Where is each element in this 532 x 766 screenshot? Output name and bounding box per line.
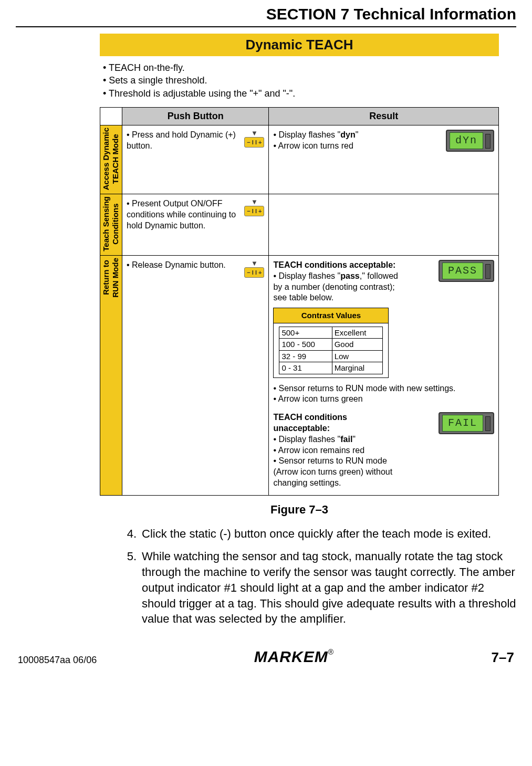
footer-docid: 10008547aa 06/06 bbox=[18, 655, 97, 666]
result-cell bbox=[269, 194, 499, 256]
intro-line: Sets a single threshold. bbox=[103, 74, 496, 87]
col-header-result: Result bbox=[269, 107, 499, 125]
col-header-push-button: Push Button bbox=[122, 107, 268, 125]
lcd-display-icon: PASS bbox=[439, 260, 494, 282]
lcd-display-icon: dYn bbox=[446, 130, 494, 152]
contrast-rating: Low bbox=[332, 350, 383, 362]
push-button-cell: Press and hold Dynamic (+) button. ▼ − I… bbox=[122, 125, 268, 194]
page-footer: 10008547aa 06/06 MARKEM® 7–7 bbox=[16, 648, 516, 666]
result-cell: Display flashes "dyn" Arrow icon turns r… bbox=[269, 125, 499, 194]
pb-text: Present Output ON/OFF conditions while c… bbox=[127, 199, 236, 230]
figure-caption: Figure 7–3 bbox=[100, 503, 499, 517]
push-button-icon: ▼ − I I + bbox=[244, 260, 264, 278]
push-button-cell: Present Output ON/OFF conditions while c… bbox=[122, 194, 268, 256]
contrast-rating: Good bbox=[332, 339, 383, 351]
footer-brand: MARKEM® bbox=[97, 648, 491, 666]
step-number: 5. bbox=[121, 549, 142, 626]
result-cell: TEACH conditions acceptable: Display fla… bbox=[269, 255, 499, 495]
figure-dynamic-teach: Dynamic TEACH TEACH on-the-fly. Sets a s… bbox=[100, 34, 499, 517]
result-line: Display flashes "dyn" bbox=[273, 130, 400, 141]
body-steps: 4. Click the static (-) button once quic… bbox=[121, 526, 520, 627]
unacceptable-title: TEACH conditions unacceptable: bbox=[273, 412, 400, 434]
pb-text: Press and hold Dynamic (+) button. bbox=[127, 130, 236, 150]
push-button-cell: Release Dynamic button. ▼ − I I + bbox=[122, 255, 268, 495]
lcd-display-icon: FAIL bbox=[439, 412, 494, 434]
result-line: Display flashes "pass," followed by a nu… bbox=[273, 271, 400, 303]
contrast-rating: Marginal bbox=[332, 362, 383, 374]
registered-icon: ® bbox=[328, 648, 334, 656]
push-button-icon: ▼ − I I + bbox=[244, 198, 264, 216]
contrast-range: 100 - 500 bbox=[279, 339, 332, 351]
figure-banner: Dynamic TEACH bbox=[100, 34, 499, 56]
acceptable-title: TEACH conditions acceptable: bbox=[273, 260, 400, 271]
step-text: While watching the sensor and tag stock,… bbox=[142, 549, 520, 626]
step-text: Click the static (-) button once quickly… bbox=[142, 526, 520, 542]
teach-table: Push Button Result Access Dynamic TEACH … bbox=[100, 107, 499, 496]
result-line: Arrow icon turns red bbox=[273, 141, 400, 152]
pb-text: Release Dynamic button. bbox=[127, 260, 226, 269]
step-4: 4. Click the static (-) button once quic… bbox=[121, 526, 520, 542]
contrast-range: 500+ bbox=[279, 327, 332, 339]
step-number: 4. bbox=[121, 526, 142, 542]
section-title: SECTION 7 Technical Information bbox=[16, 5, 516, 23]
intro-line: Threshold is adjustable using the "+" an… bbox=[103, 87, 496, 100]
result-line: Arrow icon remains red bbox=[273, 445, 400, 456]
table-row: Access Dynamic TEACH Mode Press and hold… bbox=[100, 125, 499, 194]
result-line: Sensor returns to RUN mode (Arrow icon t… bbox=[273, 456, 400, 488]
contrast-range: 32 - 99 bbox=[279, 350, 332, 362]
table-row: Teach Sensing Conditions Present Output … bbox=[100, 194, 499, 256]
push-button-icon: ▼ − I I + bbox=[244, 130, 264, 148]
table-row: Return to RUN Mode Release Dynamic butto… bbox=[100, 255, 499, 495]
header-rule bbox=[16, 26, 516, 27]
figure-intro: TEACH on-the-fly. Sets a single threshol… bbox=[100, 56, 499, 107]
contrast-values-box: Contrast Values 500+Excellent 100 - 500G… bbox=[273, 308, 389, 378]
row-label-return: Return to RUN Mode bbox=[100, 255, 122, 495]
footer-pagenum: 7–7 bbox=[492, 649, 514, 666]
contrast-rating: Excellent bbox=[332, 327, 383, 339]
contrast-title: Contrast Values bbox=[274, 308, 388, 323]
row-label-teach: Teach Sensing Conditions bbox=[100, 194, 122, 256]
step-5: 5. While watching the sensor and tag sto… bbox=[121, 549, 520, 626]
result-line: Display flashes "fail" bbox=[273, 434, 400, 445]
result-line: Arrow icon turns green bbox=[273, 394, 494, 405]
contrast-range: 0 - 31 bbox=[279, 362, 332, 374]
row-label-access: Access Dynamic TEACH Mode bbox=[100, 125, 122, 194]
intro-line: TEACH on-the-fly. bbox=[103, 61, 496, 74]
result-line: Sensor returns to RUN mode with new sett… bbox=[273, 383, 494, 394]
